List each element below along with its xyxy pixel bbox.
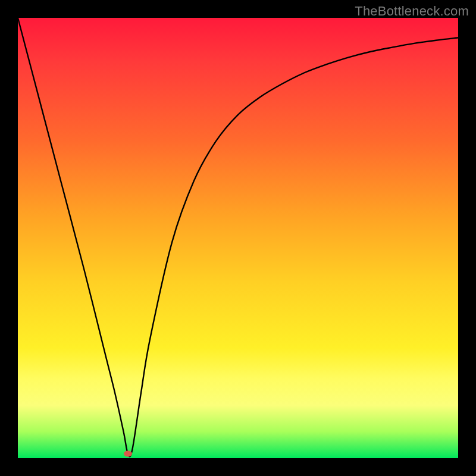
bottleneck-curve-svg bbox=[18, 18, 458, 458]
optimal-point-marker bbox=[124, 451, 132, 457]
watermark-label: TheBottleneck.com bbox=[355, 4, 469, 19]
chart-plot-area bbox=[18, 18, 458, 458]
bottleneck-curve bbox=[18, 18, 458, 456]
